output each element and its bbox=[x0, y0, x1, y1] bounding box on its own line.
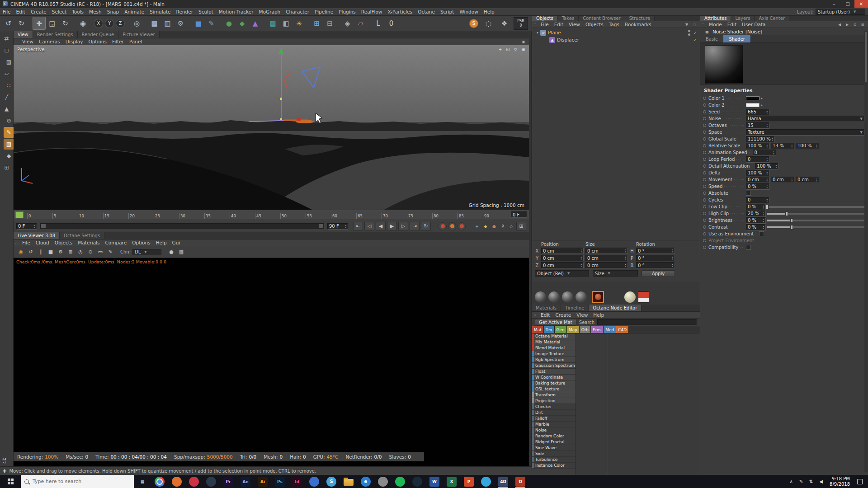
add-modeling-object-icon[interactable]: ◆ bbox=[236, 17, 249, 30]
menu-item[interactable]: Gui bbox=[170, 240, 183, 245]
material-thumb[interactable] bbox=[535, 291, 546, 303]
viewport-rotate-icon[interactable]: ↻ bbox=[513, 46, 519, 52]
keyframe-circle-icon[interactable] bbox=[703, 205, 706, 208]
pick-focus-icon[interactable]: ⊙ bbox=[86, 248, 95, 257]
back-arrow-icon[interactable]: ◀ bbox=[836, 22, 843, 27]
key-parameter-icon[interactable]: P bbox=[499, 223, 506, 230]
menu-item[interactable]: Motion Tracker bbox=[216, 9, 256, 14]
noise-preview-thumbnail[interactable] bbox=[705, 45, 743, 84]
tab[interactable]: View bbox=[14, 31, 33, 38]
paint-tool-icon[interactable]: ▧ bbox=[4, 139, 14, 150]
node-type-item[interactable]: Ridged Fractal bbox=[532, 439, 576, 445]
keyframe-circle-icon[interactable] bbox=[703, 198, 706, 202]
enable-axis-icon[interactable]: ⊕ bbox=[4, 115, 14, 126]
pin-icon[interactable]: ⊙ bbox=[852, 22, 858, 27]
menu-item[interactable]: Help bbox=[481, 9, 497, 14]
undo-icon[interactable]: ↺ bbox=[2, 17, 15, 30]
media-app-icon[interactable] bbox=[203, 475, 220, 488]
current-frame-field[interactable]: 0 F bbox=[511, 211, 527, 218]
record-options-icon[interactable] bbox=[458, 222, 466, 230]
maximize-button[interactable]: □ bbox=[841, 0, 854, 8]
attributes-scrollbar[interactable] bbox=[864, 31, 868, 472]
adobe-photoshop-icon[interactable]: Ps bbox=[271, 475, 288, 488]
snap-toggle-icon[interactable]: ◈ bbox=[341, 17, 354, 30]
taskbar-search-box[interactable] bbox=[21, 475, 134, 488]
menu-item[interactable]: Select bbox=[49, 9, 69, 14]
sculpt-brush-icon[interactable]: ✎ bbox=[4, 127, 14, 138]
value-field[interactable]: 100 %▴ ▾ bbox=[746, 143, 769, 149]
skype-icon[interactable]: S bbox=[323, 475, 340, 488]
start-button[interactable] bbox=[0, 475, 21, 488]
value-field[interactable]: 0 %▴ ▾ bbox=[746, 183, 769, 190]
node-category-tab[interactable]: Gen bbox=[555, 326, 567, 333]
tab[interactable]: Materials bbox=[532, 305, 561, 311]
add-light-icon[interactable]: ✳ bbox=[292, 17, 306, 30]
model-mode-icon[interactable]: ◻ bbox=[1, 45, 12, 56]
keyframe-circle-icon[interactable] bbox=[703, 225, 706, 229]
panel-grip-icon[interactable]: ∷ bbox=[532, 23, 538, 27]
object-label[interactable]: Displacer bbox=[557, 37, 579, 42]
adobe-aftereffects-icon[interactable]: Ae bbox=[237, 475, 254, 488]
tray-network-icon[interactable]: ⇅ bbox=[806, 479, 816, 484]
octane-icon[interactable]: O bbox=[512, 475, 529, 488]
value-field[interactable]: 100 %▴ ▾ bbox=[796, 143, 819, 149]
end-frame-field[interactable]: 90 F▴ ▾ bbox=[327, 223, 348, 230]
pause-render-icon[interactable]: ∥ bbox=[36, 248, 45, 257]
viewport-toggle-b-icon[interactable]: ⊟ bbox=[323, 17, 336, 30]
value-field[interactable]: 13 %▴ ▾ bbox=[771, 143, 794, 149]
current-frame-marker[interactable] bbox=[15, 211, 24, 218]
task-view-icon[interactable]: ▦ bbox=[134, 475, 151, 488]
browser-firefox-icon[interactable] bbox=[168, 475, 185, 488]
plugin-puzzle-icon[interactable]: ❖ bbox=[498, 17, 511, 30]
edges-mode-icon[interactable]: ╱ bbox=[1, 92, 12, 103]
menu-item[interactable]: Options bbox=[129, 240, 153, 245]
menu-item[interactable]: Materials bbox=[75, 240, 102, 245]
menu-item[interactable]: File bbox=[0, 9, 14, 14]
menu-item[interactable]: Tags bbox=[606, 22, 622, 27]
key-rotation-icon[interactable]: ● bbox=[491, 223, 498, 230]
psr-badge[interactable]: PSR 0 bbox=[514, 17, 528, 30]
edge-browser-icon[interactable]: e bbox=[357, 475, 374, 488]
menu-item[interactable]: Snap bbox=[104, 9, 122, 14]
tab[interactable]: Timeline bbox=[561, 305, 589, 311]
node-type-item[interactable]: OSL texture bbox=[532, 386, 576, 392]
node-type-item[interactable]: Falloff bbox=[532, 416, 576, 422]
menu-item[interactable]: View bbox=[574, 312, 590, 318]
object-label[interactable]: Plane bbox=[548, 30, 561, 35]
cinema4d-icon[interactable]: 4D bbox=[495, 475, 512, 488]
adobe-premiere-icon[interactable]: Pr bbox=[220, 475, 237, 488]
expand-icon[interactable]: ▾ bbox=[535, 31, 540, 35]
menu-item[interactable]: Filter bbox=[109, 39, 127, 44]
value-field[interactable]: 0 %▴ ▾ bbox=[746, 204, 766, 210]
node-type-item[interactable]: Sine Wave bbox=[532, 445, 576, 451]
forward-arrow-icon[interactable]: ▶ bbox=[844, 22, 850, 27]
goto-start-icon[interactable]: ⇤ bbox=[353, 222, 363, 231]
tab[interactable]: Axis Center bbox=[755, 16, 789, 21]
menu-item[interactable]: X-Particles bbox=[385, 9, 415, 14]
material-thumb-red[interactable] bbox=[638, 291, 649, 303]
tab[interactable]: Takes bbox=[558, 16, 579, 21]
viewport-zoom-icon[interactable]: ◱ bbox=[505, 46, 511, 52]
layout-dropdown[interactable]: Startup (User) ▼ bbox=[816, 9, 865, 15]
browser-opera-icon[interactable] bbox=[185, 475, 203, 488]
menu-item[interactable]: Octane bbox=[415, 9, 438, 14]
material-thumb-light[interactable] bbox=[624, 291, 636, 303]
menu-item[interactable]: Bookmarks bbox=[622, 22, 654, 27]
viewport-layout-icon[interactable]: ▣ bbox=[520, 46, 526, 52]
panel-dock-icon[interactable]: ▣ bbox=[520, 39, 527, 44]
material-picker-icon[interactable]: ✎ bbox=[106, 248, 115, 257]
material-thumb[interactable] bbox=[562, 291, 573, 303]
keyframe-circle-icon[interactable] bbox=[703, 151, 706, 154]
value-field[interactable]: 0 cm▴ ▾ bbox=[585, 248, 628, 254]
tab[interactable]: Render Settings bbox=[33, 31, 78, 38]
move-tool-icon[interactable]: ✚ bbox=[33, 17, 46, 30]
value-field[interactable]: 0 cm▴ ▾ bbox=[746, 177, 769, 183]
node-category-tab[interactable]: Mat bbox=[532, 326, 544, 333]
node-type-item[interactable]: Dirt bbox=[532, 410, 576, 416]
search-icon[interactable]: ◌ bbox=[691, 22, 698, 27]
tray-pen-icon[interactable]: ✎ bbox=[796, 479, 806, 484]
menu-item[interactable]: User Data bbox=[739, 22, 768, 27]
material-thumb[interactable] bbox=[576, 291, 587, 303]
value-field[interactable]: 20 %▴ ▾ bbox=[746, 211, 766, 217]
menu-item[interactable]: Edit bbox=[725, 22, 739, 27]
